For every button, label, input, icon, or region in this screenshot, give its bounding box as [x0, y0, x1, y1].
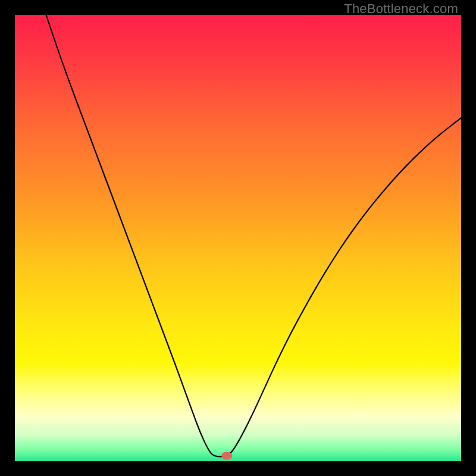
bottleneck-chart [15, 15, 461, 461]
gradient-background [15, 15, 461, 461]
optimal-point-marker [221, 452, 232, 460]
chart-frame [15, 15, 461, 461]
